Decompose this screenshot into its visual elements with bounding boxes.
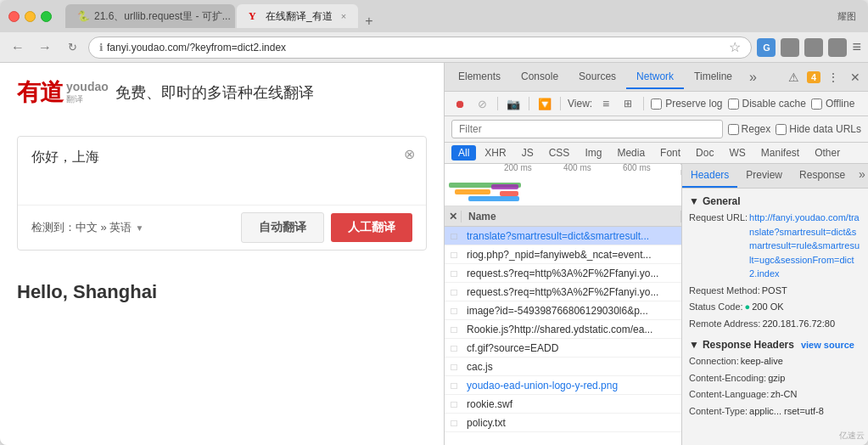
auto-translate-button[interactable]: 自动翻译 — [241, 212, 324, 243]
request-row-4[interactable]: □ image?id=-549398766806129030l6&p... — [445, 301, 681, 320]
type-manifest[interactable]: Manifest — [754, 145, 806, 161]
tab-label-youdao: 在线翻译_有道 — [266, 9, 333, 24]
requests-scroll[interactable]: □ translate?smartresult=dict&smartresult… — [445, 227, 681, 445]
tab-urllib[interactable]: 🐍 21.6、urllib.request里 - 可扩... × — [65, 4, 235, 28]
row-5-name: Rookie.js?http://shared.ydstatic.com/ea.… — [463, 324, 681, 335]
refresh-button[interactable]: ↻ — [61, 37, 83, 59]
remote-address-row: Remote Address: 220.181.76.72:80 — [689, 317, 861, 331]
manual-translate-button[interactable]: 人工翻译 — [331, 213, 412, 242]
offline-checkbox[interactable] — [811, 99, 822, 110]
request-row-5[interactable]: □ Rookie.js?http://shared.ydstatic.com/e… — [445, 320, 681, 339]
bookmark-icon[interactable]: ☆ — [729, 39, 741, 55]
type-font[interactable]: Font — [653, 145, 687, 161]
view-source-link[interactable]: view source — [801, 340, 854, 350]
details-tab-headers[interactable]: Headers — [682, 164, 737, 188]
general-section-title[interactable]: ▼ General — [689, 195, 861, 207]
network-main-area: 200 ms 400 ms 600 ms 800 ms 1000 ms — [445, 164, 868, 445]
view-list-icon[interactable]: ≡ — [597, 95, 614, 112]
new-tab-button[interactable]: + — [360, 14, 378, 28]
hide-data-urls-checkbox[interactable] — [776, 124, 787, 135]
record-button[interactable]: ⏺ — [451, 95, 468, 112]
close-button[interactable] — [8, 11, 20, 22]
tab-timeline[interactable]: Timeline — [684, 65, 742, 89]
settings-icon[interactable]: ⋮ — [824, 68, 843, 87]
maximize-button[interactable] — [41, 11, 52, 22]
ext-icon-4[interactable] — [828, 38, 847, 57]
type-ws[interactable]: WS — [722, 145, 752, 161]
stop-button[interactable]: ⊘ — [473, 95, 490, 112]
type-xhr[interactable]: XHR — [478, 145, 512, 161]
type-doc[interactable]: Doc — [689, 145, 720, 161]
tab-youdao[interactable]: Y 在线翻译_有道 × — [237, 4, 358, 28]
title-bar: 🐍 21.6、urllib.request里 - 可扩... × Y 在线翻译_… — [0, 0, 868, 32]
tab-close-youdao[interactable]: × — [341, 11, 346, 21]
connection-row: Connection: keep-alive — [689, 354, 861, 369]
tab-elements[interactable]: Elements — [448, 65, 511, 89]
close-panel-button[interactable]: ✕ — [445, 211, 462, 222]
request-row-1[interactable]: □ riog.php?_npid=fanyiweb&_ncat=event... — [445, 245, 681, 264]
camera-icon[interactable]: 📷 — [505, 95, 522, 112]
disable-cache-checkbox[interactable] — [728, 99, 739, 110]
status-dot: ● — [745, 300, 751, 314]
menu-button[interactable]: ≡ — [852, 38, 861, 56]
address-bar[interactable]: ℹ ☆ — [88, 37, 752, 59]
back-button[interactable]: ← — [7, 37, 29, 59]
input-text: 你好，上海 — [31, 149, 99, 164]
tick-600ms: 600 ms — [623, 164, 651, 172]
translator-input-area[interactable]: 你好，上海 ⊗ — [18, 137, 426, 205]
request-row-7[interactable]: □ cac.js — [445, 358, 681, 376]
tab-network[interactable]: Network — [626, 65, 684, 89]
request-row-6[interactable]: □ cf.gif?source=EADD — [445, 339, 681, 358]
forward-button[interactable]: → — [34, 37, 56, 59]
row-1-name: riog.php?_npid=fanyiweb&_ncat=event... — [463, 249, 681, 261]
request-row-9[interactable]: □ rookie.swf — [445, 395, 681, 414]
type-all[interactable]: All — [451, 145, 476, 161]
ext-icon-3[interactable] — [804, 38, 823, 57]
more-options-icon[interactable]: ✕ — [846, 68, 865, 87]
output-text: Hello, Shanghai — [17, 281, 427, 303]
response-headers-title[interactable]: ▼ Response Headers view source — [689, 339, 861, 351]
content-area: 有道 youdao 翻译 免费、即时的多语种在线翻译 你好，上海 ⊗ — [0, 63, 868, 445]
request-row-8[interactable]: □ youdao-ead-union-logo-y-red.png — [445, 376, 681, 395]
warning-badge: 4 — [807, 71, 820, 83]
row-6-checkbox: □ — [445, 342, 463, 354]
clear-button[interactable]: ⊗ — [400, 145, 417, 162]
tab-sources[interactable]: Sources — [568, 65, 626, 89]
translator-box: 你好，上海 ⊗ 检测到：中文 » 英语 ▼ 自动翻译 人工翻译 — [17, 136, 427, 251]
ext-icon-1[interactable]: G — [757, 38, 776, 57]
regex-checkbox[interactable] — [728, 124, 739, 135]
view-grid-icon[interactable]: ⊞ — [619, 95, 636, 112]
preserve-log-checkbox[interactable] — [651, 99, 662, 110]
filter-bar: Regex Hide data URLs — [445, 116, 868, 143]
type-css[interactable]: CSS — [542, 145, 577, 161]
request-row-2[interactable]: □ request.s?req=http%3A%2F%2Ffanyi.yo... — [445, 264, 681, 283]
request-row-0[interactable]: □ translate?smartresult=dict&smartresult… — [445, 227, 681, 245]
type-media[interactable]: Media — [610, 145, 652, 161]
type-other[interactable]: Other — [808, 145, 847, 161]
details-tabs: Headers Preview Response » — [682, 164, 868, 189]
tab-console[interactable]: Console — [511, 65, 568, 89]
preserve-log-text: Preserve log — [665, 98, 722, 110]
details-tab-preview[interactable]: Preview — [737, 164, 791, 188]
more-tabs-button[interactable]: » — [742, 66, 764, 88]
row-1-checkbox: □ — [445, 249, 463, 261]
toolbar-separator-1 — [497, 97, 498, 110]
youdao-header: 有道 youdao 翻译 免费、即时的多语种在线翻译 — [0, 63, 444, 119]
details-tab-response[interactable]: Response — [791, 164, 854, 188]
row-10-checkbox: □ — [445, 417, 463, 429]
request-row-10[interactable]: □ policy.txt — [445, 414, 681, 432]
minimize-button[interactable] — [25, 11, 36, 22]
address-input[interactable] — [107, 42, 722, 54]
type-js[interactable]: JS — [515, 145, 540, 161]
warning-icon[interactable]: ⚠ — [785, 68, 804, 87]
ext-icon-2[interactable] — [781, 38, 799, 57]
row-4-name: image?id=-549398766806129030l6&p... — [463, 305, 681, 317]
tabs-bar: 🐍 21.6、urllib.request里 - 可扩... × Y 在线翻译_… — [65, 4, 832, 28]
details-more-tabs[interactable]: » — [854, 164, 868, 188]
row-3-checkbox: □ — [445, 286, 463, 298]
request-row-3[interactable]: □ request.s?req=http%3A%2F%2Ffanyi.yo... — [445, 283, 681, 301]
view-label: View: — [568, 98, 592, 110]
filter-icon[interactable]: 🔽 — [536, 95, 553, 112]
type-img[interactable]: Img — [578, 145, 608, 161]
filter-input[interactable] — [451, 120, 723, 138]
